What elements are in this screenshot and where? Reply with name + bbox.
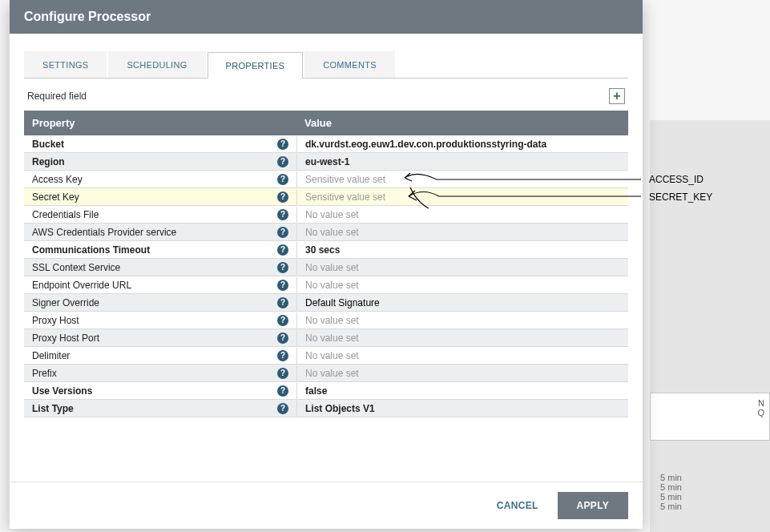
configure-processor-dialog: Configure Processor SETTINGS SCHEDULING … <box>10 0 643 529</box>
property-value-cell[interactable]: List Objects V1 <box>296 401 628 417</box>
property-name: Delimiter <box>32 350 70 361</box>
property-name-cell: Proxy Host? <box>24 312 296 328</box>
property-name-cell: SSL Context Service? <box>24 260 296 276</box>
property-name-cell: List Type? <box>24 401 296 417</box>
property-name-cell: Credentials File? <box>24 207 296 223</box>
add-property-button[interactable]: + <box>609 88 625 104</box>
property-row: Secret Key?Sensitive value set <box>24 188 628 206</box>
property-value-cell[interactable]: No value set <box>296 207 628 223</box>
help-icon[interactable]: ? <box>277 156 288 167</box>
property-value-cell[interactable]: No value set <box>296 260 596 276</box>
property-row: Bucket?dk.vurdst.eog.euw1.dev.con.produk… <box>24 135 628 153</box>
property-value-cell[interactable]: Sensitive value set <box>296 171 628 187</box>
property-row: Endpoint Override URL?No value set <box>24 276 628 294</box>
property-value-cell[interactable]: eu-west-1 <box>296 154 628 170</box>
property-name: Access Key <box>32 174 83 185</box>
property-row: Proxy Host?No value set <box>24 312 628 329</box>
property-name-cell: Bucket? <box>24 136 296 152</box>
property-name-cell: Communications Timeout? <box>24 242 296 258</box>
property-row: Delimiter?No value set <box>24 347 628 365</box>
bg-letter-q: Q <box>655 408 764 417</box>
property-row: Communications Timeout?30 secs <box>24 241 628 259</box>
property-name-cell: Region? <box>24 154 296 170</box>
property-name: Bucket <box>32 139 64 150</box>
required-field-label: Required field <box>27 91 87 102</box>
property-name: AWS Credentials Provider service <box>32 227 176 238</box>
bg-letter-n: N <box>655 398 764 408</box>
background-strip <box>650 120 770 532</box>
property-name: Use Versions <box>32 385 92 397</box>
required-row: Required field + <box>24 79 628 111</box>
property-value-cell[interactable]: No value set <box>296 365 628 381</box>
property-name: Proxy Host <box>32 315 79 326</box>
plus-icon: + <box>613 89 620 103</box>
help-icon[interactable]: ? <box>277 385 288 397</box>
dialog-body: SETTINGS SCHEDULING PROPERTIES COMMENTS … <box>10 34 643 482</box>
help-icon[interactable]: ? <box>277 350 288 361</box>
property-name-cell: Proxy Host Port? <box>24 330 296 346</box>
header-value: Value <box>296 111 628 135</box>
help-icon[interactable]: ? <box>277 209 288 220</box>
help-icon[interactable]: ? <box>277 227 288 238</box>
property-name: Prefix <box>32 368 57 379</box>
help-icon[interactable]: ? <box>277 297 288 308</box>
property-value-cell[interactable]: No value set <box>296 224 596 240</box>
property-row: Use Versions?false <box>24 382 628 400</box>
property-value-cell[interactable]: false <box>296 383 628 399</box>
property-name-cell: Signer Override? <box>24 295 296 311</box>
property-value-cell[interactable]: No value set <box>296 277 628 293</box>
property-row: Proxy Host Port?No value set <box>24 329 628 347</box>
property-value-cell[interactable]: No value set <box>296 330 628 346</box>
tab-bar: SETTINGS SCHEDULING PROPERTIES COMMENTS <box>24 51 628 79</box>
property-name-cell: Access Key? <box>24 171 296 187</box>
property-name: Endpoint Override URL <box>32 280 131 291</box>
property-name-cell: Prefix? <box>24 365 296 381</box>
help-icon[interactable]: ? <box>277 403 288 414</box>
help-icon[interactable]: ? <box>277 139 288 150</box>
dialog-footer: CANCEL APPLY <box>10 482 643 529</box>
property-value-cell[interactable]: No value set <box>296 348 628 364</box>
tab-comments[interactable]: COMMENTS <box>304 51 395 78</box>
apply-button[interactable]: APPLY <box>558 492 628 519</box>
grid-body: Bucket?dk.vurdst.eog.euw1.dev.con.produk… <box>24 135 628 417</box>
property-name-cell: AWS Credentials Provider service? <box>24 224 296 240</box>
help-icon[interactable]: ? <box>277 332 288 344</box>
property-name-cell: Use Versions? <box>24 383 296 399</box>
property-name: Secret Key <box>32 191 79 203</box>
property-name: Proxy Host Port <box>32 332 99 344</box>
help-icon[interactable]: ? <box>277 368 288 379</box>
grid-header: Property Value <box>24 111 628 135</box>
help-icon[interactable]: ? <box>277 191 288 203</box>
property-value-cell[interactable]: Default Signature <box>296 295 628 311</box>
dialog-title: Configure Processor <box>10 0 643 34</box>
property-value-cell[interactable]: No value set <box>296 312 628 328</box>
property-row: Signer Override?Default Signature <box>24 294 628 312</box>
property-name: Communications Timeout <box>32 244 150 256</box>
property-name-cell: Secret Key? <box>24 189 296 205</box>
property-row: SSL Context Service?No value set <box>24 259 628 276</box>
cancel-button[interactable]: CANCEL <box>478 492 558 519</box>
help-icon[interactable]: ? <box>277 280 288 291</box>
help-icon[interactable]: ? <box>277 174 288 185</box>
property-value-cell[interactable]: Sensitive value set <box>296 189 628 205</box>
property-value-cell[interactable]: 30 secs <box>296 242 628 258</box>
help-icon[interactable]: ? <box>277 262 288 273</box>
property-name: Credentials File <box>32 209 99 220</box>
help-icon[interactable]: ? <box>277 244 288 256</box>
tab-properties[interactable]: PROPERTIES <box>208 52 304 79</box>
property-row: Access Key?Sensitive value set <box>24 171 628 188</box>
property-name: List Type <box>32 403 74 414</box>
property-name: Signer Override <box>32 297 99 308</box>
background-status-lines: 5 min 5 min 5 min 5 min <box>660 473 682 511</box>
property-row: AWS Credentials Provider service?No valu… <box>24 224 628 241</box>
header-property: Property <box>24 111 296 135</box>
property-name-cell: Delimiter? <box>24 348 296 364</box>
property-name: SSL Context Service <box>32 262 120 273</box>
property-row: Credentials File?No value set <box>24 206 628 224</box>
tab-settings[interactable]: SETTINGS <box>24 51 107 78</box>
help-icon[interactable]: ? <box>277 315 288 326</box>
property-row: Region?eu-west-1 <box>24 153 628 171</box>
tab-scheduling[interactable]: SCHEDULING <box>108 51 205 78</box>
property-value-cell[interactable]: dk.vurdst.eog.euw1.dev.con.produktionsst… <box>296 136 628 152</box>
property-name: Region <box>32 156 65 167</box>
